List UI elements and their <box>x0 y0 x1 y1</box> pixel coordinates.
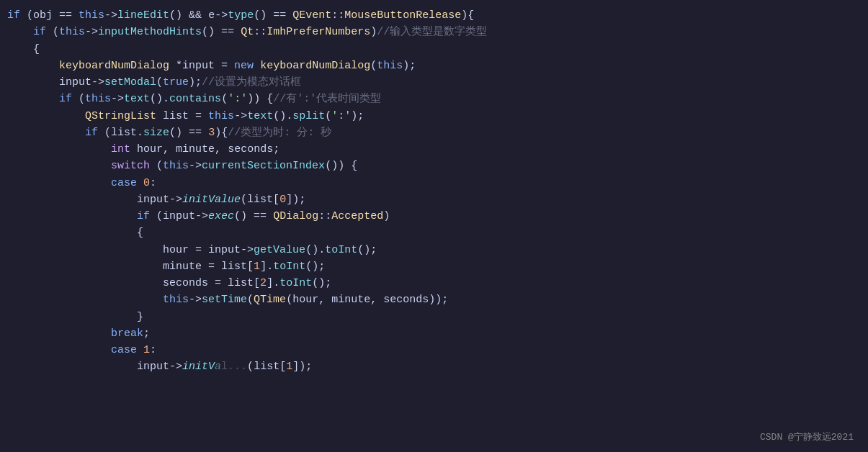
code-line-21: case 1: <box>7 342 854 358</box>
code-line-4: keyboardNumDialog *input = new keyboardN… <box>7 58 854 74</box>
code-line-14: { <box>7 225 854 241</box>
code-line-12: input->initValue(list[0]); <box>7 191 854 208</box>
code-line-1: if (obj == this->lineEdit() && e->type()… <box>7 7 854 24</box>
code-line-18: this->setTime(QTime(hour, minute, second… <box>7 291 854 308</box>
code-line-2: if (this->inputMethodHints() == Qt::ImhP… <box>7 24 854 40</box>
code-line-17: seconds = list[2].toInt(); <box>7 275 854 291</box>
code-line-6: if (this->text().contains(':')) {//有':'代… <box>7 91 854 107</box>
code-line-9: int hour, minute, seconds; <box>7 141 854 158</box>
code-line-19: } <box>7 309 854 325</box>
code-block: if (obj == this->lineEdit() && e->type()… <box>0 0 868 452</box>
code-line-16: minute = list[1].toInt(); <box>7 258 854 275</box>
code-line-22: input->initVal...(list[1]); <box>7 358 854 375</box>
code-line-11: case 0: <box>7 175 854 191</box>
code-line-5: input->setModal(true);//设置为模态对话框 <box>7 74 854 91</box>
code-line-7: QStringList list = this->text().split(':… <box>7 108 854 125</box>
code-line-10: switch (this->currentSectionIndex()) { <box>7 158 854 174</box>
watermark: CSDN @宁静致远2021 <box>760 430 854 445</box>
code-line-15: hour = input->getValue().toInt(); <box>7 242 854 258</box>
code-line-20: break; <box>7 325 854 342</box>
code-line-13: if (input->exec() == QDialog::Accepted) <box>7 208 854 225</box>
code-line-8: if (list.size() == 3){//类型为时: 分: 秒 <box>7 125 854 141</box>
code-line-3: { <box>7 41 854 58</box>
